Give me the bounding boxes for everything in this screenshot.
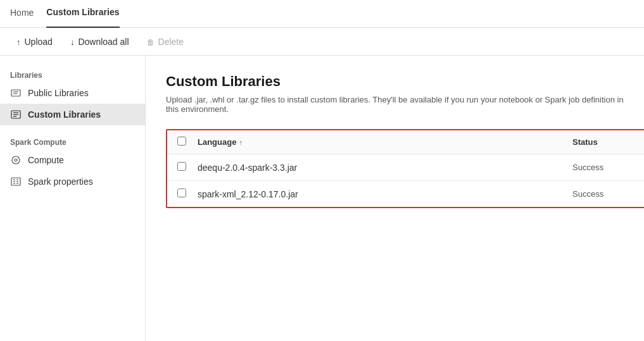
compute-icon (10, 154, 22, 166)
table-row: spark-xml_2.12-0.17.0.jar Success (167, 181, 644, 207)
public-libraries-label: Public Libraries (28, 88, 89, 98)
table-header: Language ↑ Status (167, 130, 644, 154)
upload-button[interactable]: Upload (10, 33, 59, 51)
sidebar-item-spark-properties[interactable]: Spark properties (0, 171, 145, 192)
sidebar: Libraries Public Libraries Custo (0, 56, 146, 341)
sort-arrow-icon: ↑ (239, 139, 243, 146)
header-checkbox-cell (177, 137, 198, 147)
spark-properties-label: Spark properties (28, 177, 93, 187)
nav-home[interactable]: Home (10, 0, 34, 28)
upload-icon (16, 37, 21, 47)
sidebar-item-compute[interactable]: Compute (0, 149, 145, 171)
row-1-checkbox[interactable] (177, 162, 186, 171)
download-all-button[interactable]: Download all (64, 33, 136, 51)
delete-label: Delete (158, 37, 184, 47)
delete-button[interactable]: Delete (141, 33, 190, 51)
row-2-checkbox-cell (177, 189, 198, 199)
svg-rect-9 (11, 178, 20, 185)
download-icon (70, 37, 75, 47)
libraries-table: Language ↑ Status deequ-2.0.4-spark-3.3.… (166, 129, 644, 208)
row-1-checkbox-cell (177, 162, 198, 173)
nav-custom-libraries[interactable]: Custom Libraries (46, 0, 119, 28)
download-all-label: Download all (78, 37, 129, 47)
table-row: deequ-2.0.4-spark-3.3.jar Success (167, 154, 644, 181)
upload-label: Upload (25, 37, 53, 47)
row-1-status: Success (572, 163, 636, 172)
row-1-filename: deequ-2.0.4-spark-3.3.jar (198, 163, 572, 173)
public-libraries-icon (10, 87, 22, 99)
row-2-status: Success (572, 189, 636, 199)
svg-point-7 (12, 156, 20, 164)
spark-section-label: Spark Compute (0, 133, 145, 149)
page-description: Upload .jar, .whl or .tar.gz files to in… (166, 95, 624, 114)
col-language-header[interactable]: Language ↑ (198, 137, 572, 147)
sidebar-item-public-libraries[interactable]: Public Libraries (0, 82, 145, 104)
top-nav: Home Custom Libraries (0, 0, 644, 28)
row-2-checkbox[interactable] (177, 189, 186, 197)
compute-label: Compute (28, 155, 64, 165)
libraries-section-label: Libraries (0, 66, 145, 82)
custom-libraries-icon (10, 109, 22, 120)
custom-libraries-label: Custom Libraries (28, 109, 101, 120)
sidebar-item-custom-libraries[interactable]: Custom Libraries (0, 104, 145, 125)
toolbar: Upload Download all Delete (0, 28, 644, 56)
svg-point-8 (15, 159, 17, 161)
svg-rect-0 (11, 90, 20, 96)
row-2-filename: spark-xml_2.12-0.17.0.jar (198, 189, 572, 199)
select-all-checkbox[interactable] (177, 137, 186, 146)
main-layout: Libraries Public Libraries Custo (0, 56, 644, 341)
col-status-header: Status (572, 137, 636, 147)
content-area: Custom Libraries Upload .jar, .whl or .t… (146, 56, 644, 341)
page-title: Custom Libraries (166, 73, 624, 90)
delete-icon (147, 37, 155, 47)
spark-properties-icon (10, 176, 22, 187)
